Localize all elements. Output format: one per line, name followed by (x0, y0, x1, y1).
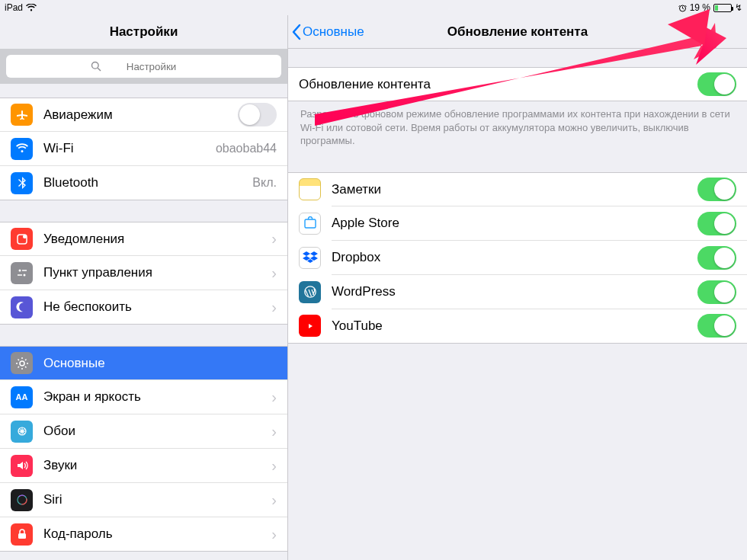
sidebar-item-label: Siri (43, 492, 267, 507)
app-toggle-dropbox[interactable] (697, 246, 736, 270)
app-label: Заметки (332, 182, 697, 197)
wordpress-app-icon (299, 281, 321, 303)
sidebar-item-wallpaper[interactable]: Обои › (0, 414, 287, 449)
sidebar-item-label: Wi-Fi (43, 141, 216, 156)
settings-sidebar: Настройки Авиарежим Wi- (0, 15, 288, 560)
sidebar-item-label: Обои (43, 424, 267, 439)
sidebar-item-passcode[interactable]: Код-пароль › (0, 517, 287, 552)
app-row-dropbox[interactable]: Dropbox (288, 241, 747, 275)
sidebar-item-label: Код-пароль (43, 526, 267, 542)
svg-marker-33 (307, 259, 313, 263)
wifi-value: obaobab44 (216, 142, 277, 155)
app-label: Dropbox (332, 250, 697, 265)
chevron-right-icon: › (271, 526, 277, 543)
notifications-icon (11, 228, 33, 250)
sidebar-item-label: Не беспокоить (43, 299, 267, 315)
display-icon: AA (11, 386, 33, 408)
sidebar-item-label: Уведомления (43, 232, 267, 247)
svg-point-1 (91, 62, 98, 69)
sounds-icon (11, 455, 33, 477)
app-toggle-notes[interactable] (697, 178, 736, 201)
sidebar-item-display[interactable]: AA Экран и яркость › (0, 380, 287, 414)
chevron-right-icon: › (271, 457, 277, 475)
app-row-applestore[interactable]: Apple Store (288, 206, 747, 241)
notes-app-icon (299, 178, 321, 200)
app-row-notes[interactable]: Заметки (288, 172, 747, 206)
search-field[interactable] (6, 55, 281, 78)
charging-icon: ↯ (735, 2, 742, 13)
svg-line-2 (98, 68, 101, 71)
sidebar-title: Настройки (0, 15, 287, 49)
app-toggle-applestore[interactable] (697, 212, 736, 235)
sidebar-item-siri[interactable]: Siri › (0, 483, 287, 517)
detail-pane: Основные Обновление контента Обновление … (288, 15, 747, 560)
app-label: YouTube (332, 318, 697, 334)
sidebar-item-general[interactable]: Основные (0, 346, 287, 380)
svg-marker-35 (309, 324, 313, 328)
sidebar-item-airplane[interactable]: Авиарежим (0, 98, 287, 132)
app-toggle-wordpress[interactable] (697, 280, 736, 304)
search-icon (91, 61, 101, 72)
youtube-app-icon (299, 315, 321, 337)
sidebar-item-wifi[interactable]: Wi-Fi obaobab44 (0, 132, 287, 166)
svg-rect-27 (18, 533, 26, 539)
chevron-right-icon: › (271, 230, 277, 248)
sidebar-item-sounds[interactable]: Звуки › (0, 449, 287, 483)
svg-point-9 (20, 361, 24, 366)
svg-line-16 (18, 366, 19, 368)
svg-point-4 (23, 235, 27, 238)
sidebar-item-bluetooth[interactable]: Bluetooth Вкл. (0, 166, 287, 200)
sidebar-item-label: Экран и яркость (43, 389, 267, 405)
svg-line-15 (25, 366, 27, 368)
app-row-wordpress[interactable]: WordPress (288, 275, 747, 309)
appstore-app-icon (299, 213, 321, 235)
search-bar-container (0, 49, 287, 84)
bluetooth-value: Вкл. (252, 176, 277, 190)
app-toggle-youtube[interactable] (697, 314, 736, 338)
row-label: Обновление контента (299, 77, 697, 92)
status-bar: iPad 19 % ↯ (0, 0, 747, 15)
app-row-youtube[interactable]: YouTube (288, 309, 747, 344)
wifi-status-icon (26, 4, 37, 11)
svg-point-5 (18, 270, 21, 272)
sidebar-item-dnd[interactable]: Не беспокоить › (0, 290, 287, 325)
svg-rect-28 (305, 219, 316, 228)
sidebar-item-label: Bluetooth (43, 175, 252, 190)
airplane-toggle[interactable] (238, 103, 277, 126)
device-label: iPad (5, 2, 23, 13)
passcode-icon (11, 523, 33, 546)
back-button[interactable]: Основные (291, 24, 364, 40)
wifi-icon (11, 138, 33, 160)
chevron-left-icon (291, 24, 301, 40)
general-icon (11, 352, 33, 374)
svg-marker-38 (668, 9, 710, 46)
siri-icon (11, 489, 33, 511)
control-center-icon (11, 262, 33, 284)
svg-marker-30 (310, 251, 318, 256)
chevron-right-icon: › (271, 389, 277, 406)
search-input[interactable] (106, 61, 197, 72)
svg-line-14 (18, 359, 19, 360)
chevron-right-icon: › (271, 423, 277, 440)
sidebar-item-label: Пункт управления (43, 265, 267, 280)
chevron-right-icon: › (271, 491, 277, 509)
background-refresh-master-row[interactable]: Обновление контента (288, 67, 747, 101)
detail-note: Разрешать в фоновом режиме обновление пр… (288, 101, 747, 148)
sidebar-item-label: Звуки (43, 458, 267, 473)
chevron-right-icon: › (271, 299, 277, 316)
sidebar-item-control-center[interactable]: Пункт управления › (0, 256, 287, 290)
svg-marker-29 (303, 251, 310, 256)
svg-point-7 (23, 274, 25, 277)
dropbox-app-icon (299, 247, 321, 269)
dnd-icon (11, 296, 33, 318)
bluetooth-icon (11, 172, 33, 194)
back-label: Основные (303, 24, 364, 40)
chevron-right-icon: › (271, 264, 277, 282)
sidebar-item-label: Авиарежим (43, 107, 238, 123)
background-refresh-master-toggle[interactable] (697, 72, 736, 96)
app-label: WordPress (332, 284, 697, 299)
annotation-arrowhead (668, 9, 721, 55)
wallpaper-icon (11, 421, 33, 443)
sidebar-item-label: Основные (43, 356, 277, 371)
sidebar-item-notifications[interactable]: Уведомления › (0, 222, 287, 256)
